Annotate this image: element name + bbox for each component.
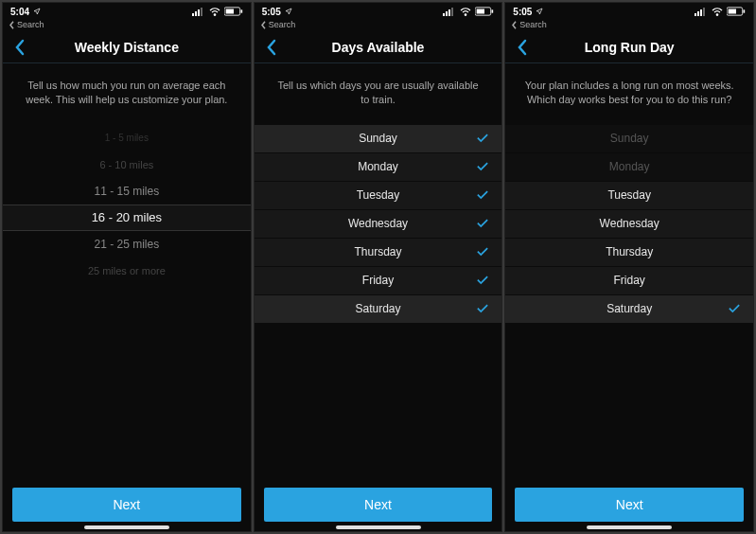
prompt-text: Tell us which days you are usually avail… — [255, 63, 502, 125]
checkmark-icon — [477, 276, 488, 285]
back-button[interactable] — [513, 35, 532, 60]
screen-long-run-day: 5:05 Search Long Run Day Your plan inclu… — [504, 2, 754, 532]
battery-icon — [475, 7, 494, 16]
next-button-label: Next — [364, 497, 392, 512]
picker-option[interactable]: 1 - 5 miles — [3, 125, 251, 151]
day-row-wednesday[interactable]: Wednesday — [255, 210, 502, 239]
day-list: Sunday Monday Tuesday Wednesday Thursday… — [255, 125, 502, 324]
page-title: Days Available — [255, 40, 502, 55]
breadcrumb-label: Search — [269, 20, 296, 29]
status-bar: 5:05 — [505, 3, 753, 20]
day-label: Wednesday — [600, 217, 659, 230]
day-row-thursday[interactable]: Thursday — [505, 239, 753, 267]
signal-icon — [443, 8, 456, 16]
day-row-tuesday[interactable]: Tuesday — [505, 182, 753, 210]
prompt-text: Tell us how much you run on average each… — [3, 63, 251, 125]
signal-icon — [192, 8, 205, 16]
distance-picker[interactable]: 1 - 5 miles 6 - 10 miles 11 - 15 miles 1… — [3, 125, 251, 284]
checkmark-icon — [729, 304, 740, 313]
nav-bar: Weekly Distance — [3, 31, 251, 63]
picker-option[interactable]: 11 - 15 miles — [3, 178, 251, 205]
svg-rect-9 — [446, 11, 448, 16]
svg-rect-2 — [198, 9, 200, 16]
back-button[interactable] — [10, 35, 29, 60]
home-indicator[interactable] — [84, 525, 169, 529]
svg-point-12 — [466, 13, 467, 15]
picker-option[interactable]: 6 - 10 miles — [3, 151, 251, 178]
day-label: Wednesday — [348, 217, 408, 230]
svg-rect-8 — [443, 13, 445, 16]
page-title: Weekly Distance — [3, 40, 251, 55]
next-button-label: Next — [616, 497, 643, 512]
next-button[interactable]: Next — [12, 488, 241, 522]
status-time: 5:05 — [262, 7, 281, 17]
svg-rect-3 — [201, 8, 202, 16]
day-row-monday[interactable]: Monday — [255, 153, 502, 182]
day-row-saturday[interactable]: Saturday — [255, 295, 502, 324]
svg-rect-18 — [700, 9, 702, 16]
day-row-saturday[interactable]: Saturday — [505, 295, 753, 324]
wifi-icon — [209, 8, 220, 16]
screen-weekly-distance: 5:04 Search Weekly Distance Tell us how … — [2, 2, 252, 532]
location-icon — [536, 8, 543, 15]
location-icon — [285, 8, 292, 15]
signal-icon — [694, 8, 708, 16]
back-button[interactable] — [262, 35, 281, 60]
next-button-label: Next — [113, 497, 140, 512]
svg-rect-17 — [697, 11, 699, 16]
wifi-icon — [460, 8, 471, 16]
day-row-sunday[interactable]: Sunday — [255, 125, 502, 153]
day-row-friday[interactable]: Friday — [255, 267, 502, 295]
day-label: Sunday — [610, 132, 649, 145]
day-label: Monday — [609, 160, 650, 173]
day-label: Tuesday — [357, 188, 400, 202]
day-row-thursday[interactable]: Thursday — [255, 239, 502, 267]
breadcrumb[interactable]: Search — [3, 20, 251, 31]
home-indicator[interactable] — [587, 525, 672, 529]
battery-icon — [727, 7, 746, 16]
checkmark-icon — [477, 247, 488, 257]
svg-rect-16 — [694, 13, 696, 16]
day-label: Saturday — [607, 302, 652, 315]
day-row-monday: Monday — [505, 153, 753, 182]
svg-rect-1 — [195, 11, 197, 16]
location-icon — [33, 8, 41, 15]
status-bar: 5:04 — [3, 3, 251, 20]
svg-rect-0 — [192, 13, 194, 16]
svg-rect-10 — [448, 9, 450, 16]
next-button[interactable]: Next — [264, 488, 493, 522]
next-button[interactable]: Next — [515, 488, 744, 522]
day-row-wednesday[interactable]: Wednesday — [505, 210, 753, 239]
day-list: Sunday Monday Tuesday Wednesday Thursday… — [505, 125, 753, 324]
nav-bar: Days Available — [255, 31, 502, 63]
day-label: Thursday — [354, 245, 401, 258]
picker-option-selected[interactable]: 16 - 20 miles — [3, 205, 251, 231]
breadcrumb[interactable]: Search — [505, 20, 753, 31]
breadcrumb-label: Search — [519, 20, 547, 29]
svg-point-20 — [716, 13, 718, 15]
picker-option[interactable]: 25 miles or more — [3, 258, 251, 284]
checkmark-icon — [477, 190, 488, 200]
day-label: Friday — [362, 274, 394, 287]
day-label: Tuesday — [607, 188, 651, 202]
status-bar: 5:05 — [255, 3, 502, 20]
day-label: Saturday — [355, 302, 400, 315]
svg-point-4 — [214, 13, 216, 15]
checkmark-icon — [477, 304, 488, 313]
prompt-text: Your plan includes a long run on most we… — [505, 63, 753, 125]
day-row-tuesday[interactable]: Tuesday — [255, 182, 502, 210]
page-title: Long Run Day — [505, 40, 753, 55]
day-label: Monday — [358, 160, 398, 173]
home-indicator[interactable] — [336, 525, 421, 529]
svg-rect-7 — [240, 9, 242, 12]
svg-rect-14 — [477, 9, 484, 14]
battery-icon — [224, 7, 243, 16]
day-row-friday[interactable]: Friday — [505, 267, 753, 295]
svg-rect-23 — [744, 9, 746, 12]
svg-rect-22 — [729, 9, 736, 14]
status-time: 5:04 — [10, 7, 29, 17]
picker-option[interactable]: 21 - 25 miles — [3, 231, 251, 258]
day-row-sunday: Sunday — [505, 125, 753, 153]
svg-rect-11 — [451, 8, 453, 16]
breadcrumb[interactable]: Search — [255, 20, 502, 31]
